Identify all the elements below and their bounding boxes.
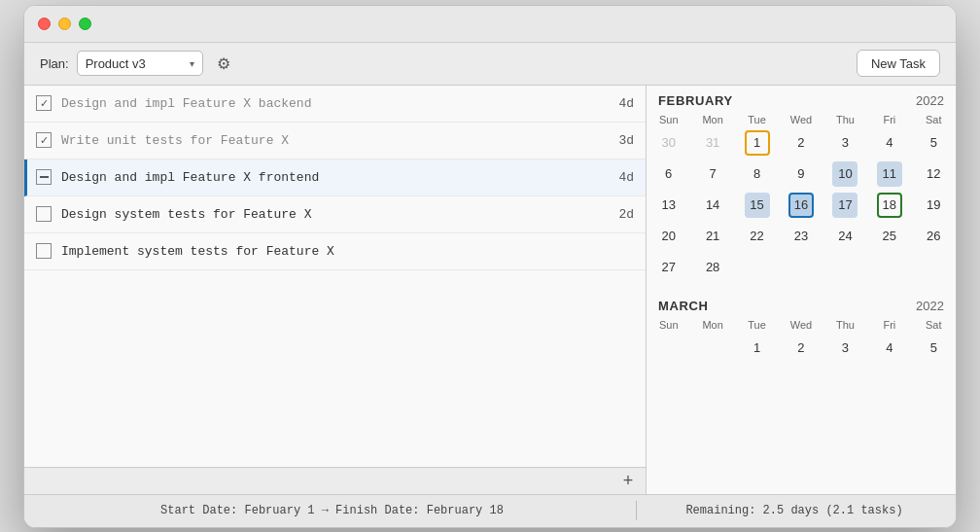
calendar-day-inner: 5: [921, 336, 946, 361]
minimize-button[interactable]: [58, 18, 71, 30]
calendar-day-inner: 28: [700, 255, 725, 280]
calendar-day-inner: 14: [700, 193, 725, 218]
calendar-weekday-header: Sun: [647, 112, 690, 127]
calendar-day[interactable]: 4: [867, 127, 911, 159]
calendar-day[interactable]: 24: [823, 221, 867, 252]
calendar-weekday-header: Thu: [823, 112, 867, 127]
task-duration: 4d: [605, 96, 634, 111]
calendar-day[interactable]: 27: [647, 252, 690, 283]
gear-icon: ⚙: [217, 54, 230, 73]
calendar-day[interactable]: 1: [735, 333, 779, 364]
calendar-month-march: MARCH 2022 SunMonTueWedThuFriSat12345: [647, 291, 956, 372]
plan-dropdown[interactable]: Product v3 ▾: [77, 51, 203, 76]
calendar-day[interactable]: [867, 252, 911, 283]
task-name: Implement system tests for Feature X: [61, 244, 595, 259]
checkbox-unchecked-icon: [36, 206, 52, 222]
calendar-day-inner: 23: [788, 224, 814, 249]
calendar-day[interactable]: 3: [823, 127, 867, 159]
calendar-day[interactable]: 16: [779, 190, 822, 221]
calendar-day[interactable]: [647, 333, 690, 364]
calendar-day[interactable]: 6: [647, 159, 690, 190]
calendar-day[interactable]: 9: [779, 159, 822, 190]
calendar-day[interactable]: 21: [690, 221, 734, 252]
calendar-month-header: MARCH 2022: [647, 291, 956, 317]
task-duration: 4d: [605, 170, 634, 185]
calendar-day-prev[interactable]: 30: [647, 127, 690, 159]
task-checkbox[interactable]: [36, 243, 52, 259]
calendar-day-inner: 2: [788, 336, 814, 361]
calendar-day[interactable]: 5: [912, 333, 956, 364]
task-checkbox[interactable]: [36, 169, 52, 185]
calendar-day[interactable]: 12: [912, 159, 956, 190]
main-content: ✓Design and impl Feature X backend4d✓Wri…: [24, 86, 956, 494]
calendar-weekday-header: Wed: [779, 112, 822, 127]
task-pane-footer: +: [24, 467, 646, 494]
calendar-year: 2022: [916, 299, 944, 313]
calendar-day[interactable]: [823, 252, 867, 283]
calendar-day[interactable]: 19: [912, 190, 956, 221]
task-row[interactable]: Design system tests for Feature X2d: [24, 196, 646, 233]
calendar-day[interactable]: 11: [867, 159, 911, 190]
calendar-weekday-header: Mon: [690, 112, 734, 127]
calendar-day[interactable]: 25: [867, 221, 911, 252]
calendar-day[interactable]: 5: [912, 127, 956, 159]
calendar-day[interactable]: 8: [735, 159, 779, 190]
task-checkbox[interactable]: ✓: [36, 95, 52, 111]
calendar-day-prev[interactable]: 31: [690, 127, 734, 159]
task-row[interactable]: Implement system tests for Feature X: [24, 233, 646, 270]
calendar-day[interactable]: 20: [647, 221, 690, 252]
titlebar: [24, 6, 956, 43]
calendar-day[interactable]: [735, 252, 779, 283]
checkbox-unchecked-icon: [36, 243, 52, 259]
add-task-button[interactable]: +: [618, 471, 638, 490]
calendar-day-inner: 18: [877, 193, 902, 218]
calendar-day[interactable]: 18: [867, 190, 911, 221]
new-task-button[interactable]: New Task: [857, 50, 940, 77]
calendar-day[interactable]: 23: [779, 221, 822, 252]
calendar-day[interactable]: 2: [779, 333, 822, 364]
task-row[interactable]: ✓Write unit tests for Feature X3d: [24, 123, 646, 160]
calendar-day[interactable]: 15: [735, 190, 779, 221]
calendar-day[interactable]: 17: [823, 190, 867, 221]
calendar-weekday-header: Thu: [823, 317, 867, 333]
calendar-day[interactable]: 4: [867, 333, 911, 364]
calendar-day[interactable]: 3: [823, 333, 867, 364]
settings-button[interactable]: ⚙: [211, 51, 236, 76]
close-button[interactable]: [38, 18, 51, 30]
calendar-day[interactable]: 26: [912, 221, 956, 252]
plus-icon: +: [623, 472, 634, 489]
maximize-button[interactable]: [79, 18, 91, 30]
chevron-down-icon: ▾: [190, 58, 194, 69]
calendar-scroll[interactable]: FEBRUARY 2022 SunMonTueWedThuFriSat30311…: [647, 86, 956, 494]
calendar-day-inner: 10: [832, 161, 858, 187]
calendar-day[interactable]: [690, 333, 734, 364]
checkbox-checked-icon: ✓: [36, 95, 52, 111]
calendar-day[interactable]: 7: [690, 159, 734, 190]
calendar-day[interactable]: 13: [647, 190, 690, 221]
calendar-weekday-header: Wed: [779, 317, 822, 333]
task-checkbox[interactable]: [36, 206, 52, 222]
task-list[interactable]: ✓Design and impl Feature X backend4d✓Wri…: [24, 86, 646, 467]
calendar-day-inner: 8: [745, 161, 770, 187]
task-pane: ✓Design and impl Feature X backend4d✓Wri…: [24, 86, 647, 494]
task-row[interactable]: ✓Design and impl Feature X backend4d: [24, 86, 646, 123]
task-duration: 2d: [605, 207, 634, 222]
calendar-month-header: FEBRUARY 2022: [647, 86, 956, 112]
calendar-weekday-header: Tue: [735, 317, 779, 333]
calendar-day-inner: 12: [921, 161, 946, 187]
calendar-day[interactable]: 1: [735, 127, 779, 159]
calendar-day[interactable]: 28: [690, 252, 734, 283]
task-checkbox[interactable]: ✓: [36, 132, 52, 148]
calendar-day[interactable]: [779, 252, 822, 283]
calendar-day[interactable]: 10: [823, 159, 867, 190]
task-row[interactable]: Design and impl Feature X frontend4d: [24, 160, 646, 196]
calendar-weekday-header: Tue: [735, 112, 779, 127]
calendar-day[interactable]: [912, 252, 956, 283]
calendar-day-inner: 7: [700, 161, 725, 187]
calendar-day[interactable]: 2: [779, 127, 822, 159]
task-name: Design and impl Feature X frontend: [61, 170, 595, 185]
calendar-day[interactable]: 14: [690, 190, 734, 221]
calendar-day[interactable]: 22: [735, 221, 779, 252]
calendar-day-inner: 13: [656, 193, 682, 218]
calendar-weekday-header: Sat: [912, 317, 956, 333]
